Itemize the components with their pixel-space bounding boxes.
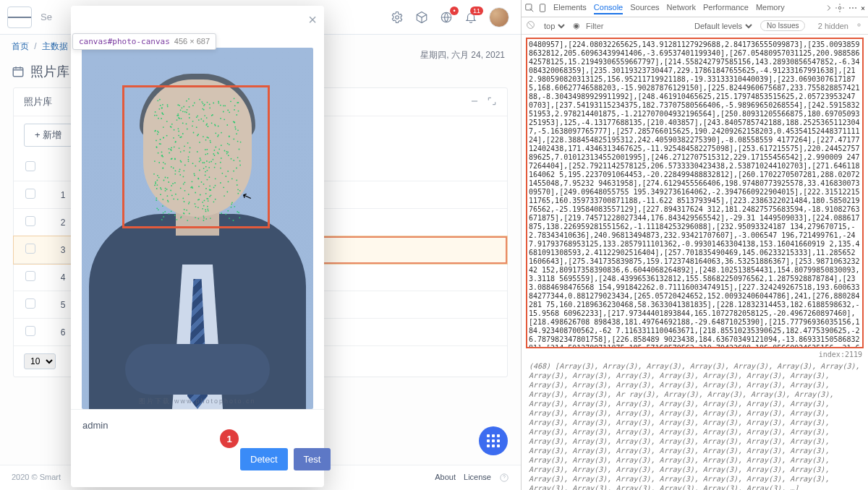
svg-point-193 xyxy=(227,192,229,193)
svg-point-308 xyxy=(203,105,205,106)
close-icon[interactable]: × xyxy=(308,12,317,28)
devtools-tab-sources[interactable]: Sources xyxy=(630,3,659,14)
apps-fab[interactable] xyxy=(479,426,508,455)
devtools-tab-memory[interactable]: Memory xyxy=(756,3,785,14)
svg-point-9 xyxy=(215,147,216,148)
svg-point-338 xyxy=(180,151,182,152)
svg-point-178 xyxy=(214,150,216,151)
devtools-close-icon[interactable]: × xyxy=(861,4,865,12)
svg-point-365 xyxy=(218,126,219,127)
help-icon[interactable] xyxy=(499,473,509,483)
clear-icon[interactable] xyxy=(526,20,535,31)
row-checkbox[interactable] xyxy=(25,326,35,336)
svg-point-357 xyxy=(226,151,228,152)
svg-point-180 xyxy=(198,186,200,187)
svg-rect-2 xyxy=(13,68,23,77)
svg-point-151 xyxy=(167,177,169,179)
footer-license[interactable]: License xyxy=(464,473,491,481)
svg-point-192 xyxy=(207,137,208,138)
test-button[interactable]: Test xyxy=(294,448,331,470)
svg-point-70 xyxy=(237,184,238,186)
svg-point-343 xyxy=(203,184,205,185)
svg-point-34 xyxy=(189,213,190,215)
svg-point-204 xyxy=(161,112,163,113)
svg-point-134 xyxy=(209,161,210,163)
svg-point-200 xyxy=(215,199,216,200)
svg-point-100 xyxy=(204,104,205,106)
svg-point-373 xyxy=(158,108,160,110)
row-checkbox[interactable] xyxy=(25,244,35,254)
console-gear-icon[interactable] xyxy=(854,20,864,31)
devtools-tab-elements[interactable]: Elements xyxy=(553,3,587,14)
row-checkbox[interactable] xyxy=(25,216,35,226)
filter-input[interactable] xyxy=(586,22,686,30)
devtools-tab-console[interactable]: Console xyxy=(594,3,623,14)
svg-point-311 xyxy=(203,168,205,169)
svg-point-366 xyxy=(184,165,186,166)
svg-point-210 xyxy=(162,205,163,207)
svg-point-40 xyxy=(237,189,239,190)
svg-point-164 xyxy=(231,158,232,160)
svg-point-318 xyxy=(162,168,163,169)
minimize-icon[interactable] xyxy=(469,96,480,108)
add-button[interactable]: + 新增 xyxy=(24,124,72,147)
svg-point-130 xyxy=(186,124,187,125)
more-icon[interactable] xyxy=(822,3,832,14)
photo-canvas[interactable]: 图片下载 www.photophoto.cn ↖ xyxy=(82,48,313,409)
svg-point-58 xyxy=(237,211,238,212)
devtools-tab-network[interactable]: Network xyxy=(667,3,696,14)
menu-toggle-button[interactable] xyxy=(7,7,32,28)
settings-icon[interactable] xyxy=(835,3,845,14)
levels-select[interactable]: Default levels xyxy=(692,21,754,31)
svg-point-85 xyxy=(227,210,229,212)
svg-point-238 xyxy=(199,161,200,163)
row-checkbox[interactable] xyxy=(25,271,35,281)
issues-pill[interactable]: No Issues xyxy=(760,20,805,31)
svg-point-160 xyxy=(187,220,188,221)
context-select[interactable]: top xyxy=(541,21,567,31)
footer-about[interactable]: About xyxy=(435,473,456,481)
svg-point-77 xyxy=(184,182,186,184)
svg-point-181 xyxy=(177,199,179,200)
globe-badge: • xyxy=(450,7,459,15)
svg-point-4 xyxy=(206,149,208,150)
hidden-count: 2 hidden xyxy=(818,22,848,30)
svg-point-10 xyxy=(192,125,193,126)
select-all-checkbox[interactable] xyxy=(25,161,35,171)
page-size-select[interactable]: 10 xyxy=(24,353,56,369)
svg-point-78 xyxy=(186,210,187,211)
devtools-tab-performance[interactable]: Performance xyxy=(703,3,749,14)
breadcrumb-home[interactable]: 首页 xyxy=(12,41,29,51)
owner-label: admin xyxy=(71,409,324,441)
svg-point-333 xyxy=(225,214,226,215)
row-checkbox[interactable] xyxy=(25,189,35,199)
svg-point-239 xyxy=(208,126,209,127)
svg-point-94 xyxy=(213,159,214,160)
expand-icon[interactable] xyxy=(487,96,497,108)
detect-button[interactable]: Detect xyxy=(240,448,288,470)
svg-point-360 xyxy=(187,109,188,111)
gear-icon[interactable] xyxy=(391,11,404,24)
card-title: 照片库 xyxy=(24,95,52,108)
svg-point-258 xyxy=(155,111,156,113)
avatar[interactable] xyxy=(489,7,509,27)
svg-point-304 xyxy=(155,183,156,184)
svg-point-364 xyxy=(236,114,237,116)
svg-point-341 xyxy=(184,111,186,113)
bell-icon[interactable]: 11 xyxy=(464,11,477,24)
cube-icon[interactable] xyxy=(415,11,428,24)
svg-point-355 xyxy=(224,105,226,106)
svg-point-167 xyxy=(202,208,203,210)
svg-point-277 xyxy=(206,117,208,119)
svg-point-114 xyxy=(157,175,158,176)
svg-point-188 xyxy=(195,166,196,167)
svg-point-140 xyxy=(210,142,211,143)
dock-icon[interactable] xyxy=(848,3,858,14)
globe-icon[interactable]: • xyxy=(440,11,453,24)
svg-point-141 xyxy=(210,161,212,163)
inspect-icon[interactable] xyxy=(524,3,535,14)
breadcrumb-section[interactable]: 主数据 xyxy=(42,41,68,51)
device-icon[interactable] xyxy=(537,3,548,14)
console-body[interactable]: 0480957],[224.08032265625,143.9128112792… xyxy=(522,35,868,490)
row-checkbox[interactable] xyxy=(25,298,35,309)
